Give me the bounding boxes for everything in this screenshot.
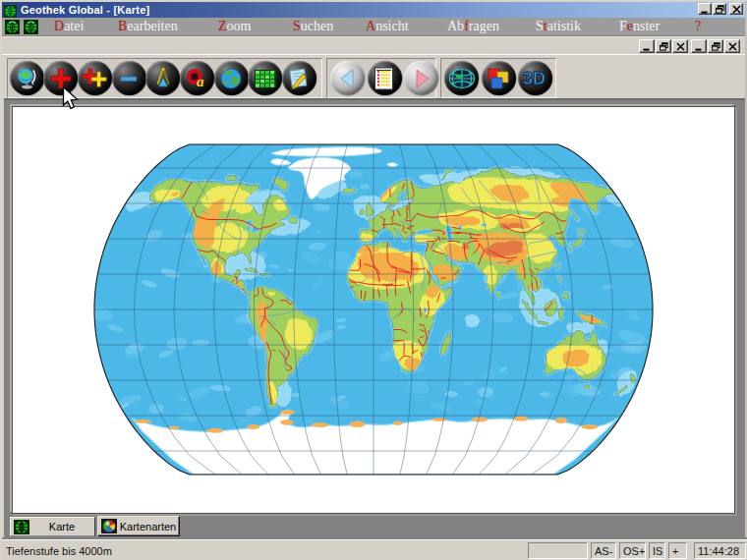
toolbar-group-zoom: a (7, 58, 322, 98)
menu-abfragen[interactable]: Abfragen (447, 19, 499, 34)
menu-hotkey-letter: e (627, 19, 633, 33)
status-bar: Tiefenstufe bis 4000m AS- OS+ IS + 11:44… (2, 539, 747, 560)
tab-kartenarten[interactable]: Kartenarten (97, 516, 180, 536)
application-window: Geothek Global - [Karte] Datei Bearbeite… (0, 0, 747, 560)
map-canvas[interactable] (12, 106, 735, 514)
find-name-icon: a (185, 67, 208, 90)
status-panel-is: IS (649, 542, 665, 559)
status-panel-os: OS+ (619, 542, 646, 559)
toolbar-button-globe-grid[interactable] (444, 61, 479, 95)
toolbar-button-statistics-table[interactable] (368, 61, 402, 95)
tab-karte[interactable]: Karte (10, 517, 95, 536)
menu-hotkey-letter: f (464, 19, 469, 33)
toolbar-button-back[interactable] (330, 61, 365, 95)
toolbar-button-earth[interactable] (214, 61, 249, 95)
toolbar: a 3D (2, 54, 745, 100)
mdi-close-2-button[interactable] (724, 39, 740, 53)
globe-grid-icon (14, 520, 29, 534)
statistics-table-icon (373, 66, 396, 91)
menu-statistik[interactable]: Statistik (536, 19, 581, 34)
mdi-restore-2-button[interactable] (708, 39, 723, 53)
mdi-close-icon (676, 42, 685, 51)
map-area: Karte Kartenarten (4, 98, 745, 541)
data-table-icon (254, 68, 277, 89)
menu-ansicht[interactable]: Ansicht (366, 19, 409, 34)
menu-datei[interactable]: Datei (54, 19, 84, 34)
map-types-icon (101, 519, 117, 533)
status-clock: 11:44:28 (694, 542, 746, 559)
tab-kartenarten-label: Kartenarten (117, 521, 179, 532)
menu-hotkey-letter: t (544, 19, 547, 33)
globe-toggle-icon[interactable] (5, 20, 20, 34)
earth-icon (219, 67, 243, 90)
toolbar-group-view: 3D (440, 58, 556, 98)
toolbar-group-navigation (326, 58, 436, 98)
menu-hotkey-letter: B (118, 19, 127, 33)
mdi-close-button[interactable] (672, 39, 688, 53)
tab-karte-label: Karte (29, 521, 94, 532)
menu-suchen[interactable]: Suchen (293, 19, 333, 34)
toolbar-button-zoom-out[interactable] (112, 61, 146, 95)
toolbar-button-find-name[interactable]: a (180, 61, 214, 95)
app-globe-icon (4, 4, 17, 17)
status-panel-plus: + (668, 542, 687, 559)
restore-icon (716, 5, 724, 14)
minimize-icon (701, 5, 710, 14)
toolbar-button-map-layers[interactable] (482, 61, 516, 95)
toolbar-button-desk-globe[interactable] (10, 61, 44, 95)
tab-strip: Karte Kartenarten (4, 515, 737, 538)
window-controls (697, 3, 743, 15)
toolbar-button-edit-notes[interactable] (282, 61, 316, 95)
toolbar-button-measure-compass[interactable] (145, 61, 180, 95)
mdi-window-controls (638, 39, 740, 53)
menu-hotkey-letter: D (54, 19, 64, 33)
menu-hotkey-letter: Z (218, 19, 227, 33)
window-title: Geothek Global - [Karte] (21, 4, 149, 17)
menu-hotkey-letter: ? (695, 19, 701, 33)
status-message: Tiefenstufe bis 4000m (2, 542, 525, 559)
mdi-strip (2, 36, 745, 54)
mdi-restore-icon (660, 42, 668, 51)
toolbar-button-data-table[interactable] (248, 61, 282, 95)
restore-button[interactable] (713, 3, 726, 15)
measure-compass-icon (151, 66, 175, 91)
zoom-in-strong-icon (82, 67, 108, 90)
menu-zoom[interactable]: Zoom (218, 19, 251, 34)
menu-fenster[interactable]: Fenster (619, 19, 660, 34)
menu-hilfe[interactable]: ? (695, 19, 701, 34)
menu-hotkey-letter: A (366, 19, 375, 33)
world-map (13, 107, 734, 513)
map-layers-icon (486, 66, 511, 91)
toolbar-button-forward[interactable] (404, 61, 438, 95)
globe-grid-icon (448, 68, 476, 89)
status-panel-empty (528, 542, 588, 559)
menu-hotkey-letter: S (293, 19, 301, 33)
mdi-minimize-2-icon (695, 42, 704, 51)
globe-toggle-icon-2[interactable] (24, 20, 38, 34)
edit-notes-icon (287, 67, 311, 90)
menu-bearbeiten[interactable]: Bearbeiten (118, 19, 178, 34)
mdi-restore-2-icon (712, 42, 720, 51)
forward-icon (409, 66, 434, 91)
menu-bar: Datei Bearbeiten Zoom Suchen Ansicht Abf… (2, 18, 745, 36)
toolbar-button-view-3d[interactable]: 3D (518, 61, 552, 95)
mdi-restore-button[interactable] (656, 39, 671, 53)
mouse-cursor (62, 85, 81, 111)
view-3d-icon: 3D (521, 68, 550, 89)
desk-globe-icon (14, 66, 39, 91)
find-name-glyph: a (197, 74, 204, 89)
back-icon (335, 66, 361, 91)
minimize-button[interactable] (698, 3, 712, 15)
view-3d-label: 3D (523, 69, 546, 88)
close-icon (732, 5, 741, 14)
status-panel-as: AS- (591, 542, 616, 559)
close-button[interactable] (729, 3, 743, 15)
mdi-minimize-icon (643, 42, 652, 51)
toolbar-button-zoom-in-strong[interactable] (78, 61, 112, 95)
zoom-out-icon (118, 68, 140, 89)
mdi-minimize-2-button[interactable] (691, 39, 707, 53)
mdi-minimize-button[interactable] (639, 39, 655, 53)
title-bar: Geothek Global - [Karte] (2, 2, 745, 18)
mdi-close-2-icon (728, 42, 737, 51)
